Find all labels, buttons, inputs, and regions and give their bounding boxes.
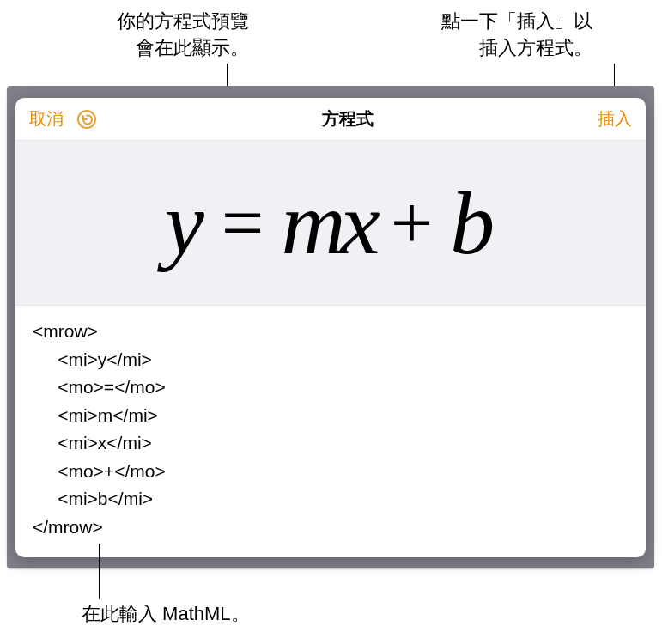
mathml-input[interactable]: <mrow> <mi>y</mi> <mo>=</mo> <mi>m</mi> … xyxy=(15,306,646,553)
op-equals: = xyxy=(222,179,266,266)
callout-preview: 你的方程式預覽 會在此顯示。 xyxy=(34,9,249,62)
cancel-button[interactable]: 取消 xyxy=(29,107,64,131)
var-b: b xyxy=(450,172,496,274)
equation-rendered: y = mx + b xyxy=(165,172,497,274)
callout-line-mathml xyxy=(99,544,100,599)
var-y: y xyxy=(165,172,206,274)
callout-mathml: 在此輸入 MathML。 xyxy=(82,601,250,628)
callout-insert: 點一下「插入」以 插入方程式。 xyxy=(369,9,592,62)
insert-button[interactable]: 插入 xyxy=(598,107,632,131)
equation-preview: y = mx + b xyxy=(15,141,646,306)
dialog-title: 方程式 xyxy=(322,107,374,131)
toolbar-left: 取消 xyxy=(29,107,98,131)
dialog-toolbar: 取消 方程式 插入 xyxy=(15,98,646,141)
term-mx: mx xyxy=(281,172,374,274)
op-plus: + xyxy=(391,179,435,266)
undo-icon[interactable] xyxy=(76,108,98,131)
equation-dialog: 取消 方程式 插入 y = mx + b <mrow> <mi>y</mi> <… xyxy=(15,98,646,557)
